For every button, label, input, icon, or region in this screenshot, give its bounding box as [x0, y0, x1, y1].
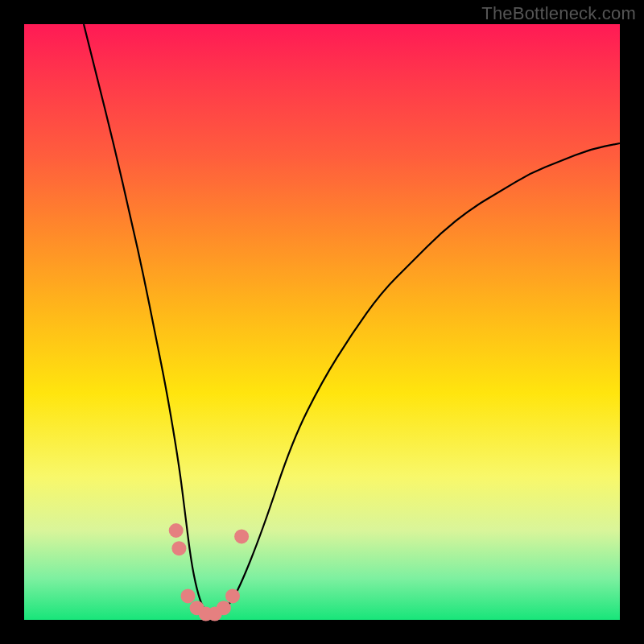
- marker-dot: [234, 529, 249, 543]
- chart-svg: [24, 24, 620, 620]
- watermark-text: TheBottleneck.com: [481, 3, 636, 24]
- marker-dot: [171, 541, 186, 555]
- outer-frame: TheBottleneck.com: [0, 0, 644, 644]
- marker-dot: [181, 588, 196, 603]
- curve-markers: [169, 523, 249, 621]
- marker-dot: [217, 601, 231, 615]
- marker-dot: [169, 523, 184, 538]
- bottleneck-curve: [84, 24, 620, 614]
- marker-dot: [225, 588, 240, 603]
- plot-area: [24, 24, 620, 620]
